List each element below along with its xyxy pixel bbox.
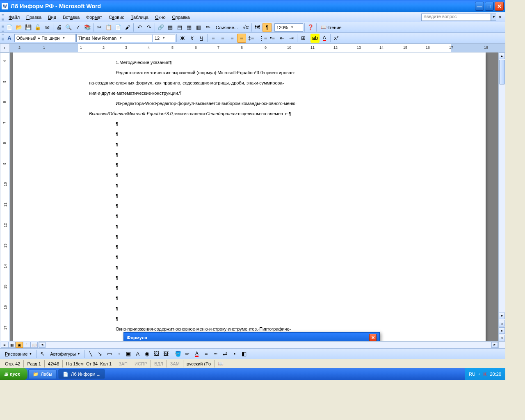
paragraph-mark[interactable]: ¶ xyxy=(116,304,477,314)
3d-button[interactable]: ◧ xyxy=(240,349,249,358)
menu-file[interactable]: Файл xyxy=(5,14,23,21)
document-page[interactable]: 1.Методические·указания¶ Редактор·матема… xyxy=(13,52,486,341)
underline-button[interactable]: Ч xyxy=(197,34,206,43)
menu-format[interactable]: Формат xyxy=(83,14,105,21)
tray-clock[interactable]: 20:20 xyxy=(490,372,501,377)
system-tray[interactable]: RU ‹ K 20:20 xyxy=(465,368,505,380)
align-justify-button[interactable]: ≡ xyxy=(237,34,246,43)
fill-color-button[interactable]: 🪣 xyxy=(173,349,183,358)
style-combo[interactable]: Обычный + По шири▼ xyxy=(14,34,76,42)
close-button[interactable]: ✕ xyxy=(495,2,504,11)
status-ext[interactable]: ВДЛ xyxy=(151,360,167,368)
decrease-indent-button[interactable]: ⇤ xyxy=(277,34,286,43)
vertical-scrollbar[interactable]: ▲ ▼ ▴ ● ▾ xyxy=(498,52,505,341)
status-rec[interactable]: ЗАП xyxy=(115,360,131,368)
status-section[interactable]: Разд 1 xyxy=(24,360,44,368)
superscript-button[interactable]: x² xyxy=(332,34,341,43)
doc-heading[interactable]: 1.Методические·указания¶ xyxy=(116,57,477,68)
shadow-button[interactable]: ▪ xyxy=(230,349,239,358)
rectangle-tool-button[interactable]: ▭ xyxy=(105,349,114,358)
diagram-button[interactable]: ◉ xyxy=(143,349,152,358)
status-pages[interactable]: 42/46 xyxy=(45,360,63,368)
copy-button[interactable]: 📋 xyxy=(104,23,113,32)
autoshapes-button[interactable]: Автофигуры▼ xyxy=(47,349,83,358)
paragraph-mark[interactable]: ¶ xyxy=(116,180,477,191)
align-center-button[interactable]: ≡ xyxy=(218,34,227,43)
doc-paragraph[interactable]: ния·и·другие·математические·конструкции.… xyxy=(89,88,475,98)
taskbar-item-word[interactable]: 📄 Лб Информ ... xyxy=(58,369,105,379)
scroll-left-button[interactable]: ◄ xyxy=(39,342,46,348)
status-page[interactable]: Стр. 42 xyxy=(2,360,24,368)
menubar-grip[interactable] xyxy=(2,14,4,21)
help-button[interactable]: ❓ xyxy=(306,23,315,32)
status-trk[interactable]: ИСПР xyxy=(131,360,151,368)
new-doc-button[interactable]: 📄 xyxy=(5,23,14,32)
print-view-button[interactable]: ▣ xyxy=(16,342,23,348)
show-marks-button[interactable]: ¶ xyxy=(262,23,272,32)
maximize-button[interactable]: □ xyxy=(485,2,494,11)
paragraph-mark[interactable]: ¶ xyxy=(116,201,477,211)
spelling-button[interactable]: ✓ xyxy=(73,23,82,32)
borders-button[interactable]: ⊞ xyxy=(299,34,308,43)
align-right-button[interactable]: ≡ xyxy=(228,34,237,43)
doc-paragraph[interactable]: Вставка/Объект/Microsoft·Equation°3.0,·и… xyxy=(89,109,475,119)
equation-button[interactable]: √α xyxy=(241,23,250,32)
help-search-dropdown[interactable]: ▼ xyxy=(491,14,496,21)
print-button[interactable]: 🖨 xyxy=(55,23,64,32)
paragraph-mark[interactable]: ¶ xyxy=(116,293,477,304)
equation-titlebar[interactable]: Формула ✕ xyxy=(124,333,379,341)
paragraph-mark[interactable]: ¶ xyxy=(116,211,477,221)
prev-page-button[interactable]: ▴ xyxy=(499,320,505,326)
bold-button[interactable]: Ж xyxy=(178,34,187,43)
web-view-button[interactable]: ▦ xyxy=(8,342,16,348)
status-spellcheck-icon[interactable]: 📖 xyxy=(215,360,227,368)
menu-service[interactable]: Сервис xyxy=(105,14,128,21)
font-color-draw-button[interactable]: A xyxy=(192,349,201,358)
toolbar-grip-1[interactable] xyxy=(2,23,4,32)
menu-window[interactable]: Окно xyxy=(152,14,169,21)
doc-paragraph[interactable]: на·создание·сложных·формул,·как·правило,… xyxy=(89,78,475,88)
menu-view[interactable]: Вид xyxy=(45,14,59,21)
save-button[interactable]: 💾 xyxy=(24,23,33,32)
columns-button[interactable]: ▥ xyxy=(194,23,203,32)
doc-paragraph[interactable]: Редактор·математических·выражений·(форму… xyxy=(116,68,477,78)
horizontal-scrollbar[interactable]: ◄ ► xyxy=(39,341,498,348)
status-language[interactable]: русский (Ро xyxy=(183,360,215,368)
menu-table[interactable]: Таблица xyxy=(128,14,152,21)
mail-merge-button[interactable]: Слияние... xyxy=(213,23,241,32)
reading-mode-button[interactable]: 📖 Чтение xyxy=(318,23,345,32)
paste-button[interactable]: 📄 xyxy=(114,23,123,32)
bullets-button[interactable]: •≡ xyxy=(268,34,277,43)
paragraph-mark[interactable]: ¶ xyxy=(116,129,477,139)
taskbar-item-folder[interactable]: 📁 Лабы xyxy=(28,369,57,379)
paragraph-mark[interactable]: ¶ xyxy=(116,273,477,283)
line-tool-button[interactable]: ╲ xyxy=(86,349,95,358)
tray-arrow-icon[interactable]: ‹ xyxy=(479,372,480,377)
paragraph-mark[interactable]: ¶ xyxy=(116,262,477,273)
equation-close-button[interactable]: ✕ xyxy=(369,334,377,341)
paragraph-mark[interactable]: ¶ xyxy=(116,221,477,232)
status-ovr[interactable]: ЗАМ xyxy=(167,360,183,368)
scroll-up-button[interactable]: ▲ xyxy=(499,52,505,59)
font-color-button[interactable]: A xyxy=(320,34,329,43)
paragraph-mark[interactable]: ¶ xyxy=(116,119,477,129)
styles-pane-button[interactable]: A xyxy=(5,34,14,43)
tables-borders-button[interactable]: ▦ xyxy=(166,23,175,32)
paragraph-mark[interactable]: ¶ xyxy=(116,170,477,180)
zoom-combo[interactable]: 120%▼ xyxy=(274,23,303,32)
paragraph-mark[interactable]: ¶ xyxy=(116,283,477,293)
italic-button[interactable]: К xyxy=(187,34,196,43)
insert-picture-button[interactable]: 🖼 xyxy=(162,349,171,358)
menu-insert[interactable]: Вставка xyxy=(59,14,83,21)
reading-view-button[interactable]: 📖 xyxy=(30,342,38,348)
arrow-style-button[interactable]: ⇄ xyxy=(221,349,230,358)
open-button[interactable]: 📂 xyxy=(14,23,23,32)
select-browse-button[interactable]: ● xyxy=(499,327,505,334)
horizontal-ruler[interactable]: 21123456789101112131415161718 xyxy=(10,43,505,52)
scroll-down-button[interactable]: ▼ xyxy=(499,313,505,319)
arrow-tool-button[interactable]: ↘ xyxy=(96,349,105,358)
hyperlink-button[interactable]: 🔗 xyxy=(156,23,165,32)
drawing-menu-button[interactable]: Рисование▼ xyxy=(2,349,35,358)
minimize-button[interactable]: — xyxy=(475,2,484,11)
equation-editor-window[interactable]: Формула ✕ ≤≠≈∫ab∦∦∦±•⊗→⇔↓∴∀∃∉∩⊂∂∞ℓλωθΛΩ⊕… xyxy=(123,332,380,341)
